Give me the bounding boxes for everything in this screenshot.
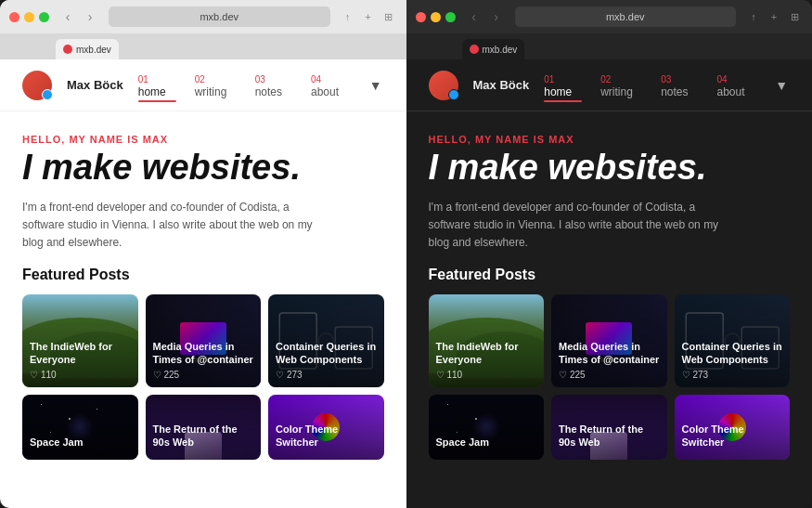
card-content-2-left: Media Queries in Times of @container ♡ 2… bbox=[146, 332, 262, 388]
second-row-posts-left: Space Jam The Return of the 90s Web bbox=[22, 395, 384, 460]
tab-label: mxb.dev bbox=[76, 45, 111, 55]
nav-home-left[interactable]: 01 home bbox=[138, 72, 176, 98]
nav-about-left[interactable]: 04 about bbox=[311, 72, 349, 98]
post-card-retro-left[interactable]: The Return of the 90s Web bbox=[146, 395, 262, 460]
close-button-right[interactable] bbox=[416, 12, 426, 22]
active-tab-left[interactable]: mxb.dev bbox=[56, 39, 119, 59]
post-card-colortheme-right[interactable]: Color Theme Switcher bbox=[675, 395, 791, 460]
nav-home-right[interactable]: 01 home bbox=[544, 72, 582, 98]
plus-icon[interactable]: + bbox=[360, 8, 377, 25]
site-content-left: HELLO, MY NAME IS MAX I make websites. I… bbox=[0, 111, 406, 508]
minimize-button[interactable] bbox=[24, 12, 34, 22]
heart-icon-1-left: ♡ bbox=[30, 370, 38, 380]
heart-icon-3-right: ♡ bbox=[682, 370, 690, 380]
post-card-indieweb-left[interactable]: The IndieWeb for Everyone ♡ 110 bbox=[22, 294, 138, 387]
back-button-right[interactable]: ‹ bbox=[465, 7, 483, 26]
card-title-1-right: The IndieWeb for Everyone bbox=[436, 340, 537, 367]
card-likes-1-right: ♡ 110 bbox=[436, 370, 537, 380]
post-card-retro-right[interactable]: The Return of the 90s Web bbox=[551, 395, 667, 460]
avatar-left bbox=[22, 71, 52, 100]
card-content-3-left: Container Queries in Web Components ♡ 27… bbox=[268, 332, 384, 388]
settings-icon-left[interactable]: ▼ bbox=[367, 76, 384, 95]
address-bar-right[interactable]: mxb.dev bbox=[515, 7, 737, 27]
tab-bar-right: mxb.dev bbox=[406, 33, 813, 59]
likes-count-1-left: 110 bbox=[41, 370, 57, 380]
tab-icon[interactable]: ⊞ bbox=[380, 8, 397, 25]
card-content-retro-left: The Return of the 90s Web bbox=[146, 415, 262, 461]
minimize-button-right[interactable] bbox=[431, 12, 441, 22]
likes-count-2-right: 225 bbox=[570, 370, 586, 380]
site-content-right: HELLO, MY NAME IS MAX I make websites. I… bbox=[406, 111, 813, 508]
post-card-spacejam-right[interactable]: Space Jam bbox=[429, 395, 545, 460]
nav-links-right: 01 home 02 writing 03 notes 04 about ▼ bbox=[544, 72, 790, 98]
back-button[interactable]: ‹ bbox=[58, 7, 77, 26]
maximize-button[interactable] bbox=[39, 12, 49, 22]
likes-count-3-left: 273 bbox=[287, 370, 303, 380]
card-title-retro-right: The Return of the 90s Web bbox=[559, 423, 660, 449]
featured-title-right: Featured Posts bbox=[429, 267, 791, 283]
card-likes-3-left: ♡ 273 bbox=[276, 370, 377, 380]
second-row-posts-right: Space Jam The Return of the 90s Web bbox=[429, 395, 791, 460]
toolbar-icons: ↑ + ⊞ bbox=[340, 8, 397, 25]
maximize-button-right[interactable] bbox=[445, 12, 456, 22]
hero-desc-left: I'm a front-end developer and co-founder… bbox=[22, 199, 319, 253]
forward-button[interactable]: › bbox=[81, 7, 99, 26]
nav-links-left: 01 home 02 writing 03 notes 04 about ▼ bbox=[138, 72, 384, 98]
heart-icon-2-right: ♡ bbox=[559, 370, 567, 380]
card-likes-1-left: ♡ 110 bbox=[30, 370, 131, 380]
card-title-2-left: Media Queries in Times of @container bbox=[153, 340, 254, 367]
featured-title-left: Featured Posts bbox=[22, 267, 384, 283]
title-bar-left: ‹ › mxb.dev ↑ + ⊞ bbox=[0, 0, 406, 33]
nav-writing-left[interactable]: 02 writing bbox=[195, 72, 237, 98]
card-content-spacejam-right: Space Jam bbox=[429, 428, 545, 460]
card-title-3-left: Container Queries in Web Components bbox=[276, 340, 377, 367]
tab-label-right: mxb.dev bbox=[483, 45, 518, 55]
post-card-container-left[interactable]: Container Queries in Web Components ♡ 27… bbox=[268, 294, 384, 387]
hero-desc-right: I'm a front-end developer and co-founder… bbox=[429, 199, 726, 253]
card-title-colortheme-right: Color Theme Switcher bbox=[682, 423, 783, 449]
tab-bar-left: mxb.dev bbox=[0, 33, 406, 59]
tab-favicon-right bbox=[470, 45, 479, 54]
post-card-media-right[interactable]: Media Queries in Times of @container ♡ 2… bbox=[551, 294, 667, 387]
plus-icon-right[interactable]: + bbox=[766, 8, 782, 25]
card-content-spacejam-left: Space Jam bbox=[22, 428, 138, 460]
likes-count-2-left: 225 bbox=[164, 370, 180, 380]
post-card-container-right[interactable]: Container Queries in Web Components ♡ 27… bbox=[675, 294, 791, 387]
card-likes-3-right: ♡ 273 bbox=[682, 370, 783, 380]
likes-count-1-right: 110 bbox=[447, 370, 463, 380]
share-icon-right[interactable]: ↑ bbox=[745, 8, 762, 25]
card-title-colortheme-left: Color Theme Switcher bbox=[276, 423, 377, 449]
nav-notes-right[interactable]: 03 notes bbox=[661, 72, 698, 98]
card-likes-2-right: ♡ 225 bbox=[559, 370, 660, 380]
nav-writing-right[interactable]: 02 writing bbox=[600, 72, 642, 98]
nav-about-right[interactable]: 04 about bbox=[716, 72, 754, 98]
card-title-spacejam-left: Space Jam bbox=[30, 436, 131, 449]
featured-posts-grid-right: The IndieWeb for Everyone ♡ 110 Media bbox=[429, 294, 791, 387]
post-card-indieweb-right[interactable]: The IndieWeb for Everyone ♡ 110 bbox=[429, 294, 545, 387]
avatar-right bbox=[429, 71, 458, 100]
nav-notes-left[interactable]: 03 notes bbox=[255, 72, 292, 98]
hero-title-right: I make websites. bbox=[429, 149, 791, 188]
author-name-left: Max Böck bbox=[67, 78, 123, 92]
post-card-media-left[interactable]: Media Queries in Times of @container ♡ 2… bbox=[146, 294, 262, 387]
address-text-right: mxb.dev bbox=[606, 11, 645, 22]
forward-button-right[interactable]: › bbox=[487, 7, 506, 26]
close-button[interactable] bbox=[9, 12, 19, 22]
active-tab-right[interactable]: mxb.dev bbox=[462, 39, 525, 59]
post-card-spacejam-left[interactable]: Space Jam bbox=[22, 395, 138, 460]
site-nav-left: Max Böck 01 home 02 writing 03 notes 04 … bbox=[0, 59, 406, 111]
address-text: mxb.dev bbox=[200, 11, 238, 22]
traffic-lights bbox=[9, 12, 49, 22]
post-card-colortheme-left[interactable]: Color Theme Switcher bbox=[268, 395, 384, 460]
card-likes-2-left: ♡ 225 bbox=[153, 370, 254, 380]
card-title-1-left: The IndieWeb for Everyone bbox=[30, 340, 131, 367]
card-content-1-left: The IndieWeb for Everyone ♡ 110 bbox=[22, 332, 138, 388]
settings-icon-right[interactable]: ▼ bbox=[773, 76, 790, 95]
card-title-3-right: Container Queries in Web Components bbox=[682, 340, 783, 367]
traffic-lights-right bbox=[416, 12, 456, 22]
likes-count-3-right: 273 bbox=[693, 370, 709, 380]
hello-label-left: HELLO, MY NAME IS MAX bbox=[22, 134, 384, 145]
address-bar-left[interactable]: mxb.dev bbox=[109, 7, 330, 27]
tab-icon-right[interactable]: ⊞ bbox=[786, 8, 803, 25]
share-icon[interactable]: ↑ bbox=[340, 8, 356, 25]
